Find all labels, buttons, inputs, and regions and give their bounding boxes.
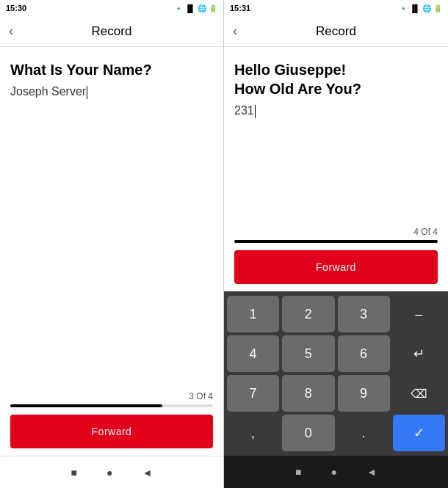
- left-content: What Is Your Name? Joseph Server: [0, 47, 223, 391]
- key-4[interactable]: 4: [227, 335, 279, 372]
- left-status-icons: 🔹 ▐▌ 🌐 🔋: [174, 4, 217, 12]
- right-nav-bar: ■ ● ◄: [224, 456, 448, 488]
- key-delete[interactable]: ⌫: [393, 375, 445, 412]
- left-header: ‹ Record: [0, 16, 223, 47]
- key-9[interactable]: 9: [338, 375, 390, 412]
- right-battery-icon: 🔋: [433, 4, 442, 12]
- left-progress-track: [10, 404, 213, 407]
- left-time: 15:30: [6, 4, 26, 12]
- right-bottom: 4 Of 4 Forward: [224, 227, 448, 291]
- key-2[interactable]: 2: [282, 296, 334, 332]
- right-screen: 15:31 🔹 ▐▌ 🌐 🔋 ‹ Record Hello Giuseppe!H…: [224, 0, 448, 488]
- left-nav-circle[interactable]: ●: [106, 467, 112, 478]
- signal-icon: ▐▌: [185, 4, 195, 12]
- key-dash[interactable]: –: [393, 296, 445, 332]
- left-screen: 15:30 🔹 ▐▌ 🌐 🔋 ‹ Record What Is Your Nam…: [0, 0, 224, 488]
- right-bluetooth-icon: 🔹: [399, 4, 408, 12]
- key-return[interactable]: ↵: [393, 335, 445, 372]
- battery-icon: 🔋: [209, 4, 217, 12]
- left-back-button[interactable]: ‹: [9, 23, 13, 39]
- right-wifi-icon: 🌐: [422, 4, 431, 12]
- left-nav-bar: ■ ● ◄: [0, 456, 223, 488]
- right-nav-circle[interactable]: ●: [331, 466, 337, 478]
- right-content: Hello Giuseppe!How Old Are You? 231: [224, 47, 448, 227]
- right-question: Hello Giuseppe!How Old Are You?: [234, 60, 438, 98]
- left-status-bar: 15:30 🔹 ▐▌ 🌐 🔋: [0, 0, 223, 16]
- right-keyboard: 1 2 3 – 4 5 6 ↵ 7 8 9 ⌫ , 0 . ✓: [224, 291, 448, 456]
- bluetooth-icon: 🔹: [174, 4, 183, 12]
- right-status-icons: 🔹 ▐▌ 🌐 🔋: [399, 4, 442, 12]
- wifi-icon: 🌐: [198, 4, 206, 12]
- right-keyboard-wrapper: 4 Of 4 Forward 1 2 3 – 4 5 6 ↵ 7 8 9 ⌫ ,…: [224, 227, 448, 456]
- right-nav-square[interactable]: ■: [295, 466, 301, 478]
- right-time: 15:31: [230, 4, 250, 12]
- right-nav-back[interactable]: ◄: [366, 466, 377, 478]
- right-progress-fill: [234, 240, 438, 243]
- left-answer: Joseph Server: [10, 85, 213, 99]
- right-forward-button[interactable]: Forward: [234, 250, 438, 284]
- left-cursor: [87, 86, 87, 99]
- left-progress-fill: [10, 404, 162, 407]
- right-progress-track: [234, 240, 438, 243]
- key-comma[interactable]: ,: [227, 415, 279, 451]
- right-progress-label: 4 Of 4: [413, 227, 438, 237]
- right-back-button[interactable]: ‹: [233, 23, 237, 39]
- left-progress-label: 3 Of 4: [189, 391, 213, 401]
- right-status-bar: 15:31 🔹 ▐▌ 🌐 🔋: [224, 0, 448, 16]
- key-period[interactable]: .: [338, 415, 390, 451]
- key-5[interactable]: 5: [282, 335, 334, 372]
- key-0[interactable]: 0: [282, 415, 334, 451]
- key-confirm[interactable]: ✓: [393, 415, 445, 451]
- left-nav-square[interactable]: ■: [71, 467, 77, 478]
- left-header-title: Record: [92, 24, 132, 39]
- left-nav-back[interactable]: ◄: [142, 467, 153, 478]
- right-answer: 231: [234, 104, 438, 118]
- right-signal-icon: ▐▌: [410, 4, 420, 12]
- key-8[interactable]: 8: [282, 375, 334, 412]
- left-bottom: 3 Of 4 Forward: [0, 391, 223, 456]
- right-header: ‹ Record: [224, 16, 448, 47]
- right-cursor: [255, 105, 256, 118]
- key-1[interactable]: 1: [227, 296, 279, 332]
- key-6[interactable]: 6: [338, 335, 390, 372]
- key-3[interactable]: 3: [338, 296, 390, 332]
- right-header-title: Record: [316, 24, 356, 39]
- key-7[interactable]: 7: [227, 375, 279, 412]
- left-question: What Is Your Name?: [10, 60, 213, 79]
- left-forward-button[interactable]: Forward: [10, 415, 213, 448]
